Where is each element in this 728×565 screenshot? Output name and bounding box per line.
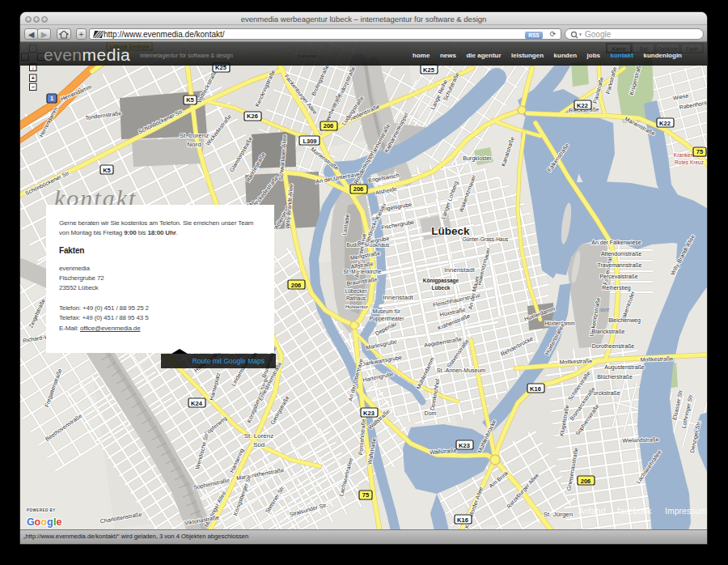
svg-text:Attendornstraße: Attendornstraße xyxy=(601,251,641,257)
svg-text:Lübeck: Lübeck xyxy=(431,225,470,237)
svg-text:Lübecker: Lübecker xyxy=(345,288,368,294)
svg-text:St.-Annen-Museum: St.-Annen-Museum xyxy=(437,367,485,373)
svg-text:g: g xyxy=(47,516,53,528)
svg-text:K26: K26 xyxy=(247,113,258,120)
svg-text:K23: K23 xyxy=(459,442,470,449)
svg-text:Nord: Nord xyxy=(187,141,201,148)
svg-text:75: 75 xyxy=(362,491,369,499)
svg-text:facebook: facebook xyxy=(617,506,652,516)
svg-text:Rathaus: Rathaus xyxy=(346,295,366,301)
svg-text:Moltkestraße: Moltkestraße xyxy=(641,355,674,362)
svg-text:Reiherstieg: Reiherstieg xyxy=(602,285,631,291)
svg-text:K25: K25 xyxy=(423,66,434,74)
svg-text:e: e xyxy=(57,516,62,528)
svg-text:POWERED BY: POWERED BY xyxy=(27,508,56,512)
svg-text:K22: K22 xyxy=(659,120,671,127)
svg-text:K22: K22 xyxy=(577,102,588,109)
svg-text:St. Lorenz: St. Lorenz xyxy=(244,432,273,440)
svg-text:Innenstadt: Innenstadt xyxy=(444,266,475,274)
svg-text:o: o xyxy=(35,516,41,528)
svg-text:Puppentheater: Puppentheater xyxy=(370,316,404,322)
svg-text:Blücherstraße: Blücherstraße xyxy=(597,374,633,380)
svg-text:+: + xyxy=(32,75,35,81)
svg-text:Süd: Süd xyxy=(253,441,265,448)
svg-text:206: 206 xyxy=(291,282,302,289)
svg-text:Augustenstraße: Augustenstraße xyxy=(604,364,645,371)
svg-text:Anfahrt: Anfahrt xyxy=(578,506,606,516)
svg-text:Günter-Grass-Haus: Günter-Grass-Haus xyxy=(463,236,509,242)
svg-text:K24: K24 xyxy=(191,400,203,407)
svg-text:Percevalstraße: Percevalstraße xyxy=(599,274,637,279)
svg-text:K16: K16 xyxy=(530,385,541,393)
svg-text:206: 206 xyxy=(324,122,334,130)
svg-text:An der Falkenwiese: An der Falkenwiese xyxy=(591,240,641,245)
svg-text:Travemannstraße: Travemannstraße xyxy=(598,262,642,268)
svg-text:Königpassage: Königpassage xyxy=(423,278,459,284)
svg-text:Holstentor: Holstentor xyxy=(345,304,368,309)
svg-text:1: 1 xyxy=(50,95,53,102)
svg-text:K16: K16 xyxy=(457,516,468,524)
svg-text:206: 206 xyxy=(353,185,364,193)
svg-text:Museum für: Museum für xyxy=(373,308,401,314)
svg-text:Blanckstraße: Blanckstraße xyxy=(592,329,625,334)
svg-text:L309: L309 xyxy=(303,138,316,145)
svg-text:G: G xyxy=(27,516,35,528)
svg-text:Rotes Kreuz: Rotes Kreuz xyxy=(675,159,704,165)
svg-text:St. Marienkirche: St. Marienkirche xyxy=(344,269,382,274)
svg-text:Dorotheenstraße: Dorotheenstraße xyxy=(592,343,635,349)
svg-text:K5: K5 xyxy=(186,96,194,104)
svg-text:St. Lorenz: St. Lorenz xyxy=(180,132,209,139)
svg-text:K5: K5 xyxy=(103,167,111,174)
svg-text:St. Jürgen: St. Jürgen xyxy=(544,511,573,518)
svg-text:K23: K23 xyxy=(363,410,375,417)
svg-text:75: 75 xyxy=(696,148,703,155)
svg-text:Burgkloster: Burgkloster xyxy=(463,155,492,162)
svg-text:206: 206 xyxy=(581,478,591,485)
svg-text:Moltkestraße: Moltkestraße xyxy=(560,358,593,364)
svg-text:Bleichenweg: Bleichenweg xyxy=(608,317,641,324)
svg-text:o: o xyxy=(40,516,47,528)
svg-text:−: − xyxy=(32,84,35,90)
svg-text:Impressum: Impressum xyxy=(665,506,707,516)
svg-text:Innenstadt: Innenstadt xyxy=(383,294,413,301)
svg-text:Lübeck: Lübeck xyxy=(432,285,451,291)
